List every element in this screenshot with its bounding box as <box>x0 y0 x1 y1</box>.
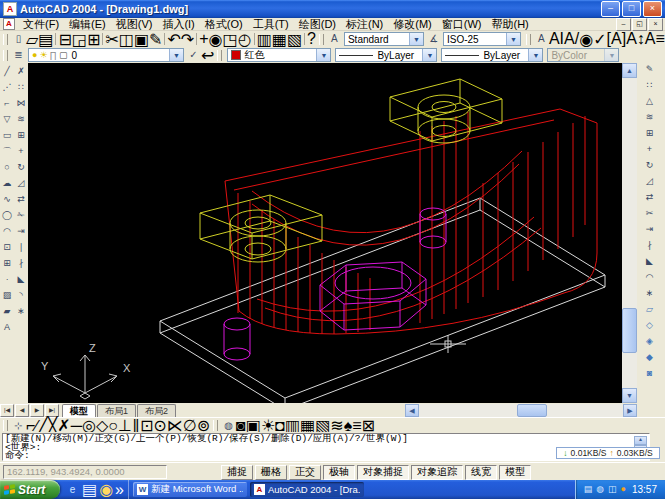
offset-3d-button[interactable]: ≋ <box>643 111 656 124</box>
construction-line-button[interactable]: ⋰ <box>1 81 14 94</box>
break-at-point-button[interactable]: ∣ <box>15 241 28 254</box>
zoom-window-button[interactable]: ◳ <box>223 31 238 47</box>
zoom-realtime-button[interactable]: ◉ <box>209 31 223 47</box>
dropdown-arrow-icon[interactable]: ▼ <box>409 33 423 45</box>
menu-item-10[interactable]: 帮助(H) <box>487 17 534 32</box>
array-3d-button[interactable]: ⊞ <box>643 127 656 140</box>
chamfer-button[interactable]: ◣ <box>15 273 28 286</box>
dim-style-manager-button[interactable]: ∡ <box>426 32 441 46</box>
menu-item-8[interactable]: 修改(M) <box>388 17 437 32</box>
extend-3d-button[interactable]: ⇥ <box>643 223 656 236</box>
single-line-text-button[interactable]: AI <box>549 31 564 47</box>
scale-text-button[interactable]: A↕ <box>626 31 645 47</box>
rotate-3d-button[interactable]: ↻ <box>643 159 656 172</box>
shade-flat-button[interactable]: ◆ <box>643 351 656 364</box>
spell-check-button[interactable]: ✓ <box>593 31 606 47</box>
trim-button[interactable]: ✁ <box>15 209 28 222</box>
menu-item-6[interactable]: 绘图(D) <box>294 17 341 32</box>
status-toggle-model[interactable]: 模型 <box>499 465 531 480</box>
explode-3d-button[interactable]: ∗ <box>643 287 656 300</box>
menu-item-2[interactable]: 视图(V) <box>111 17 158 32</box>
text-style-dialog-button[interactable]: [A] <box>607 31 627 47</box>
break-button[interactable]: ∤ <box>15 257 28 270</box>
doc-minimize-button[interactable]: – <box>616 18 631 31</box>
move-button[interactable]: + <box>15 145 28 158</box>
toolbar-grip[interactable] <box>3 420 8 431</box>
align-button[interactable]: ◿ <box>643 175 656 188</box>
rotate-button[interactable]: ↻ <box>15 161 28 174</box>
paste-button[interactable]: ▣ <box>134 31 149 47</box>
erase-button[interactable]: ✗ <box>15 65 28 78</box>
status-toggle-osnap[interactable]: 对象捕捉 <box>357 465 409 480</box>
shade-2d-wireframe-button[interactable]: ▱ <box>643 303 656 316</box>
ellipse-button[interactable]: ◯ <box>1 209 14 222</box>
help-button[interactable]: ? <box>307 31 316 47</box>
tray-network[interactable]: ◫ <box>608 485 617 494</box>
cut-button[interactable]: ✂ <box>105 31 118 47</box>
menu-item-3[interactable]: 插入(I) <box>157 17 199 32</box>
scale-button[interactable]: ◿ <box>15 177 28 190</box>
dropdown-arrow-icon[interactable]: ▼ <box>316 49 330 61</box>
new-button[interactable]: ▯ <box>11 32 26 46</box>
circle-button[interactable]: ○ <box>1 161 14 174</box>
scroll-up-button[interactable]: ▲ <box>622 63 637 78</box>
temporary-track-point-button[interactable]: ⊹ <box>11 419 26 433</box>
menu-item-4[interactable]: 格式(O) <box>200 17 248 32</box>
tray-input-indicator[interactable]: ▤ <box>584 485 593 494</box>
open-button[interactable]: ▱ <box>26 31 38 47</box>
rectangle-button[interactable]: ▭ <box>1 129 14 142</box>
lineweight-dropdown[interactable]: ByLayer ▼ <box>441 48 543 62</box>
make-object-layer-current-button[interactable]: ✓ <box>186 48 201 62</box>
publish-button[interactable]: ⊞ <box>87 31 100 47</box>
command-scroll-up-button[interactable]: ▲ <box>634 436 647 445</box>
copy-object-button[interactable]: ∷ <box>15 81 28 94</box>
text-style-manager-button[interactable]: A <box>327 32 342 46</box>
pan-realtime-button[interactable]: + <box>199 31 208 47</box>
mirror-3d-button[interactable]: △ <box>643 95 656 108</box>
offset-button[interactable]: ≋ <box>15 113 28 126</box>
close-button[interactable]: × <box>643 1 662 17</box>
revision-cloud-button[interactable]: ☁ <box>1 177 14 190</box>
horizontal-scrollbar[interactable]: ◀ ▶ <box>405 404 637 417</box>
plot-preview-button[interactable]: ◲ <box>72 31 87 47</box>
menu-item-0[interactable]: 文件(F) <box>18 17 64 32</box>
toolbar-grip[interactable] <box>526 34 531 45</box>
menu-item-7[interactable]: 标注(N) <box>341 17 388 32</box>
shade-gouraud-button[interactable]: ◙ <box>643 367 656 380</box>
fillet-button[interactable]: ◝ <box>15 289 28 302</box>
command-input-area[interactable]: [新建(N)/移动(M)/正交(G)/上一个(P)/恢复(R)/保存(S)/删除… <box>2 433 650 461</box>
arc-button[interactable]: ⌒ <box>1 145 14 158</box>
scroll-left-button[interactable]: ◀ <box>405 404 419 417</box>
dim-style-dropdown[interactable]: ISO-25▼ <box>443 32 521 46</box>
doc-close-button[interactable]: × <box>648 18 663 31</box>
dropdown-arrow-icon[interactable]: ▼ <box>506 33 520 45</box>
find-replace-button[interactable]: ◉ <box>579 31 593 47</box>
mirror-button[interactable]: ⋈ <box>15 97 28 110</box>
maximize-button[interactable]: □ <box>622 1 641 17</box>
tray-update[interactable]: ◍ <box>596 485 604 494</box>
make-block-button[interactable]: ⊞ <box>1 257 14 270</box>
shade-3d-wireframe-button[interactable]: ◇ <box>643 319 656 332</box>
quicklaunch-overflow-button[interactable]: » <box>115 481 124 499</box>
scroll-right-button[interactable]: ▶ <box>623 404 637 417</box>
status-toggle-polar[interactable]: 极轴 <box>323 465 355 480</box>
line-button[interactable]: ╱ <box>1 65 14 78</box>
linetype-dropdown[interactable]: ByLayer ▼ <box>335 48 437 62</box>
copy-clip-button[interactable]: ◫ <box>119 31 134 47</box>
toolbar-grip[interactable] <box>3 50 8 61</box>
undo-button[interactable]: ↶ <box>167 31 180 47</box>
color-dropdown[interactable]: 红色 ▼ <box>227 48 331 62</box>
drawing-canvas[interactable]: Z Y X <box>28 63 622 403</box>
layer-properties-manager-button[interactable]: ≣ <box>11 48 26 62</box>
dropdown-arrow-icon[interactable]: ▼ <box>422 49 436 61</box>
internet-explorer-button[interactable]: e <box>65 483 80 497</box>
vertical-scrollbar[interactable]: ▲ ▼ <box>622 63 637 403</box>
move-3d-button[interactable]: + <box>643 143 656 156</box>
hide-button[interactable]: ◍ <box>221 419 236 433</box>
show-desktop-button[interactable]: ▤ <box>82 480 97 499</box>
polygon-button[interactable]: ▽ <box>1 113 14 126</box>
ellipse-arc-button[interactable]: ◠ <box>1 225 14 238</box>
taskbar-task-word[interactable]: W新建 Microsoft Word ... <box>133 482 247 497</box>
start-button[interactable]: Start <box>0 480 60 499</box>
toolbar-grip[interactable] <box>217 50 222 61</box>
